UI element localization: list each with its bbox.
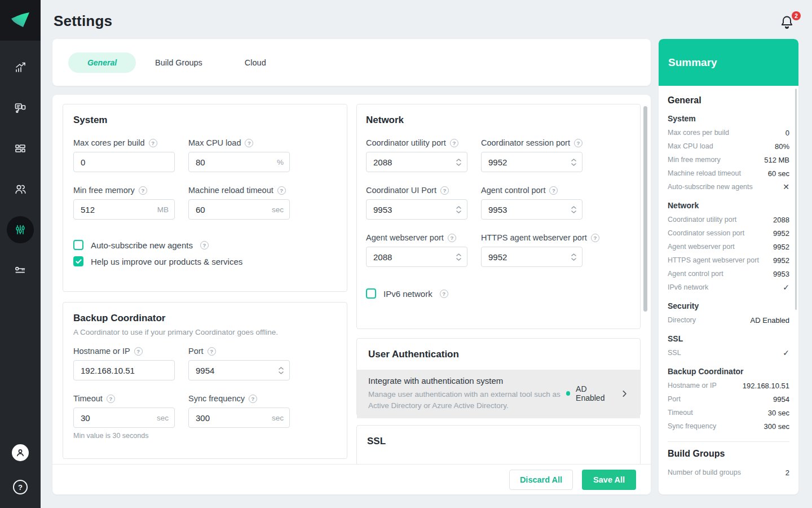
sync-frequency-input[interactable] — [196, 413, 268, 423]
field-max-cpu-load: Max CPU load? % — [188, 138, 290, 172]
max-cpu-load-input[interactable] — [196, 157, 273, 167]
chevron-down-icon[interactable] — [279, 371, 284, 374]
help-icon[interactable]: ? — [208, 347, 216, 356]
number-stepper[interactable] — [571, 159, 576, 166]
help-icon[interactable]: ? — [591, 234, 599, 242]
tab-build-groups[interactable]: Build Groups — [155, 54, 202, 72]
help-icon[interactable]: ? — [277, 186, 286, 195]
sidebar-item-analytics[interactable] — [7, 54, 34, 81]
scrollbar-thumb[interactable] — [795, 89, 797, 310]
coordinator-session-port-input-box[interactable] — [481, 152, 582, 172]
settings-tabbar: General Build Groups Cloud — [52, 39, 651, 86]
max-cpu-load-input-box[interactable]: % — [188, 152, 290, 172]
improve-products-checkbox-row[interactable]: Help us improve our products & services — [73, 256, 336, 266]
auth-status-text: AD Enabled — [576, 384, 615, 402]
help-button[interactable]: ? — [13, 480, 28, 494]
help-icon[interactable]: ? — [149, 139, 157, 147]
number-stepper[interactable] — [456, 253, 461, 261]
tab-build-groups-label: Build Groups — [155, 58, 202, 67]
coordinator-utility-port-input[interactable] — [373, 157, 453, 167]
number-stepper[interactable] — [571, 206, 576, 213]
coordinator-ui-port-input[interactable] — [373, 205, 453, 214]
help-icon[interactable]: ? — [448, 234, 456, 242]
chevron-up-icon[interactable] — [571, 159, 576, 161]
number-stepper[interactable] — [456, 159, 461, 166]
save-all-button[interactable]: Save All — [582, 470, 636, 490]
help-icon[interactable]: ? — [245, 139, 253, 147]
coordinator-session-port-input[interactable] — [488, 157, 568, 167]
sidebar-item-boards[interactable] — [7, 135, 34, 162]
user-avatar[interactable] — [12, 444, 29, 461]
notifications-button[interactable]: 2 — [779, 14, 798, 33]
help-icon[interactable]: ? — [574, 139, 582, 147]
chevron-up-icon[interactable] — [456, 206, 461, 209]
tab-general[interactable]: General — [68, 52, 136, 73]
notification-badge: 2 — [792, 11, 801, 20]
machine-reload-timeout-input-box[interactable]: sec — [188, 199, 290, 220]
tab-cloud-label: Cloud — [245, 58, 266, 67]
help-icon[interactable]: ? — [440, 186, 449, 195]
chevron-up-icon[interactable] — [456, 159, 461, 161]
ipv6-checkbox-row[interactable]: IPv6 network ? — [366, 288, 629, 299]
sidebar-item-license[interactable] — [7, 257, 34, 284]
chevron-up-icon[interactable] — [456, 253, 461, 256]
number-stepper[interactable] — [571, 253, 576, 261]
agent-control-port-input[interactable] — [488, 205, 568, 214]
backup-port-input-box[interactable] — [188, 360, 290, 380]
user-avatar-icon — [15, 448, 25, 458]
min-free-memory-input[interactable] — [81, 205, 154, 214]
chevron-up-icon[interactable] — [279, 367, 284, 370]
agent-control-port-input-box[interactable] — [481, 199, 582, 220]
help-icon[interactable]: ? — [440, 290, 448, 298]
chevron-up-icon[interactable] — [571, 206, 576, 209]
auth-integration-row[interactable]: Integrate with authentication system Man… — [357, 370, 640, 418]
sidebar-item-builds[interactable] — [7, 94, 34, 121]
min-free-memory-input-box[interactable]: MB — [73, 199, 175, 220]
help-icon[interactable]: ? — [549, 186, 558, 195]
sync-frequency-input-box[interactable]: sec — [188, 408, 290, 428]
chevron-down-icon[interactable] — [456, 211, 461, 213]
help-icon[interactable]: ? — [134, 347, 143, 356]
max-cores-input[interactable] — [81, 157, 169, 167]
hostname-input[interactable] — [81, 366, 169, 375]
https-agent-webserver-port-input-box[interactable] — [481, 247, 582, 267]
number-stepper[interactable] — [456, 206, 461, 213]
https-agent-webserver-port-input[interactable] — [488, 252, 568, 262]
discard-all-button[interactable]: Discard All — [509, 470, 573, 490]
improve-products-checkbox[interactable] — [73, 256, 83, 266]
chevron-down-icon[interactable] — [456, 258, 461, 261]
backup-timeout-input[interactable] — [81, 413, 153, 423]
sidebar-item-agents[interactable] — [7, 176, 34, 203]
scrollbar-thumb[interactable] — [643, 106, 647, 312]
agent-webserver-port-input-box[interactable] — [366, 247, 467, 267]
tab-cloud[interactable]: Cloud — [245, 54, 266, 72]
machine-reload-timeout-input[interactable] — [196, 205, 268, 214]
coordinator-ui-port-input-box[interactable] — [366, 199, 467, 220]
backup-port-input[interactable] — [196, 366, 275, 375]
min-value-note: Min value is 30 seconds — [73, 432, 175, 440]
auto-subscribe-checkbox[interactable] — [73, 240, 83, 250]
coordinator-utility-port-input-box[interactable] — [366, 152, 467, 172]
chevron-down-icon[interactable] — [571, 163, 576, 166]
hostname-input-box[interactable] — [73, 360, 175, 380]
help-icon[interactable]: ? — [200, 241, 209, 249]
help-icon[interactable]: ? — [107, 395, 115, 403]
sidebar-item-settings[interactable] — [7, 216, 34, 243]
agent-webserver-port-input[interactable] — [373, 252, 453, 262]
chevron-down-icon[interactable] — [571, 258, 576, 261]
summary-row: Max CPU load80% — [668, 139, 789, 153]
summary-row: Min free memory512 MB — [668, 153, 789, 167]
chevron-down-icon[interactable] — [456, 163, 461, 166]
auto-subscribe-checkbox-row[interactable]: Auto-subscribe new agents ? — [73, 240, 336, 250]
help-icon[interactable]: ? — [139, 186, 147, 195]
chevron-right-icon — [623, 390, 626, 397]
number-stepper[interactable] — [279, 367, 284, 374]
max-cores-input-box[interactable] — [73, 152, 175, 172]
help-icon[interactable]: ? — [450, 139, 458, 147]
chevron-up-icon[interactable] — [571, 253, 576, 256]
app-logo[interactable] — [0, 0, 41, 41]
ipv6-checkbox[interactable] — [366, 288, 376, 299]
help-icon[interactable]: ? — [249, 395, 257, 403]
chevron-down-icon[interactable] — [571, 211, 576, 213]
backup-timeout-input-box[interactable]: sec — [73, 408, 175, 428]
